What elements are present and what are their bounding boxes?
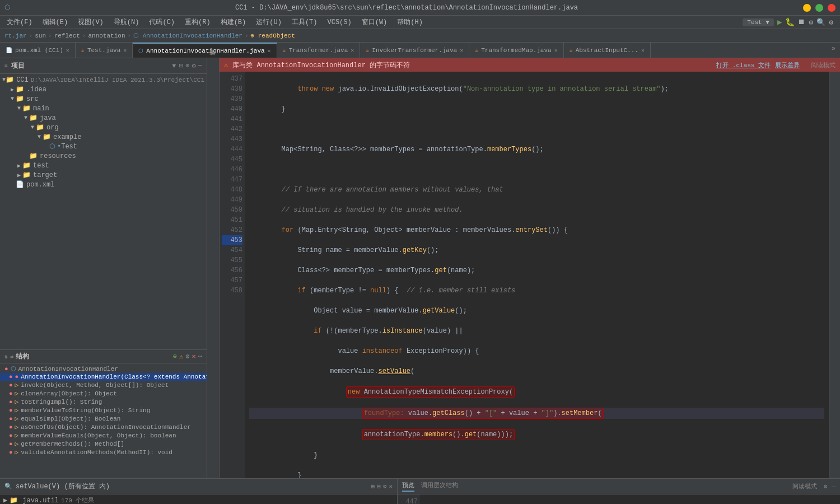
struct-gear-icon[interactable]: ⚙ xyxy=(185,352,189,361)
search-settings-icon[interactable]: ⚙ xyxy=(383,483,387,490)
settings-button[interactable]: ⚙ xyxy=(809,18,813,27)
struct-sort-type-icon[interactable]: ⇄ xyxy=(10,353,13,360)
struct-validate-method[interactable]: ● ▷ validateAnnotationMethods(MethodII):… xyxy=(0,448,207,456)
tree-item-org[interactable]: ▼ 📁 org xyxy=(0,123,207,132)
struct-tostring-method[interactable]: ● ▷ toStringImpl(): String xyxy=(0,398,207,406)
tree-item-test[interactable]: ▶ 📁 test xyxy=(0,161,207,170)
menu-file[interactable]: 文件(F) xyxy=(2,16,37,28)
locate-file-icon[interactable]: ⊕ xyxy=(185,62,189,70)
struct-sync-icon[interactable]: ⊕ xyxy=(173,352,177,361)
right-reader-mode-btn[interactable]: 阅读模式 xyxy=(792,482,817,491)
gear-button[interactable]: ⚙ xyxy=(829,18,833,27)
tree-item-idea[interactable]: ▶ 📁 .idea xyxy=(0,85,207,94)
breadcrumb-item-reflect[interactable]: reflect xyxy=(54,32,80,39)
tree-item-target[interactable]: ▶ 📁 target xyxy=(0,170,207,180)
tab-close-transformed[interactable]: ✕ xyxy=(554,47,558,54)
struct-more-icon[interactable]: ⋯ xyxy=(198,352,202,361)
tab-preview[interactable]: 预览 xyxy=(402,481,414,492)
menu-code[interactable]: 代码(C) xyxy=(144,16,179,28)
menu-build[interactable]: 构建(B) xyxy=(216,16,251,28)
tree-item-example[interactable]: ▼ 📁 example xyxy=(0,132,207,142)
code-content[interactable]: throw new java.io.InvalidObjectException… xyxy=(245,72,829,478)
struct-getmember-method[interactable]: ● ▷ getMemberMethods(): Method[] xyxy=(0,440,207,448)
right-code-content[interactable]: if (memberType != null) { // i.e. member… xyxy=(420,494,840,504)
struct-warning-icon[interactable]: ⚠ xyxy=(179,352,183,361)
more-tabs-button[interactable]: » xyxy=(827,43,840,58)
tab-close-test[interactable]: ✕ xyxy=(123,47,127,54)
sidebar-settings[interactable]: ▼ xyxy=(172,63,176,69)
tab-close-invoker[interactable]: ✕ xyxy=(460,47,463,54)
tab-annotation-handler[interactable]: ⬡ AnnotationInvocationHandler.java ✕ xyxy=(133,43,277,58)
struct-equals-method[interactable]: ● ▷ equalsImpl(Object): Boolean xyxy=(0,414,207,423)
tab-close-abstract[interactable]: ✕ xyxy=(641,47,645,54)
search-group-header-java-util[interactable]: ▶ 📁 java.util 170 个结果 xyxy=(0,496,397,504)
breadcrumb-sep: › xyxy=(29,32,33,39)
struct-sort-alpha-icon[interactable]: ⇅ xyxy=(4,353,8,360)
debug-button[interactable]: 🐛 xyxy=(785,17,795,27)
menu-run[interactable]: 运行(U) xyxy=(251,16,286,28)
test-class-icon: ⬡ xyxy=(49,142,55,151)
maximize-button[interactable] xyxy=(815,4,823,12)
breadcrumb-item-annotation[interactable]: annotation xyxy=(88,32,125,39)
tab-invoker-transformer[interactable]: ☕ InvokerTransformer.java ✕ xyxy=(360,43,469,58)
search-expand-icon[interactable]: ⊞ xyxy=(371,483,375,490)
tab-close-transformer[interactable]: ✕ xyxy=(351,47,354,54)
menu-window[interactable]: 窗口(W) xyxy=(357,16,392,28)
struct-annotation-handler-class[interactable]: ● ⬡ AnnotationInvocationHandler xyxy=(0,365,207,373)
search-everywhere-button[interactable]: 🔍 xyxy=(816,18,825,27)
stop-button[interactable]: ⏹ xyxy=(798,18,805,26)
settings-icon[interactable]: ⚙ xyxy=(192,62,196,70)
right-settings-icon[interactable]: ⚙ xyxy=(824,483,828,490)
struct-asoneof-method[interactable]: ● ▷ asOneOfUs(Object): AnnotationInvocat… xyxy=(0,423,207,431)
code-line-452: new AnnotationTypeMismatchExceptionProxy… xyxy=(249,386,824,398)
tree-item-resources[interactable]: 📁 resources xyxy=(0,151,207,161)
minimize-button[interactable] xyxy=(803,4,811,12)
tab-close-pom[interactable]: ✕ xyxy=(66,47,69,54)
code-line-444: for (Map.Entry<String, Object> memberVal… xyxy=(249,225,824,235)
close-button[interactable] xyxy=(828,4,836,12)
search-group-java-util: ▶ 📁 java.util 170 个结果 xyxy=(0,496,397,504)
menu-tools[interactable]: 工具(T) xyxy=(287,16,322,28)
reader-mode-btn-top[interactable]: 阅读模式 xyxy=(811,61,836,69)
warning-banner: ⚠ 库与类 AnnotationInvocationHandler 的字节码不符… xyxy=(220,58,840,72)
struct-membervalueequals-method[interactable]: ● ▷ memberValueEquals(Object, Object): b… xyxy=(0,431,207,440)
tab-transformed-map[interactable]: ☕ TransformedMap.java ✕ xyxy=(469,43,563,58)
right-close-icon[interactable]: — xyxy=(832,483,836,490)
menu-refactor[interactable]: 重构(R) xyxy=(180,16,215,28)
open-class-file-link[interactable]: 打开 .class 文件 xyxy=(716,61,771,69)
struct-close-icon[interactable]: ✕ xyxy=(192,352,196,361)
menu-help[interactable]: 帮助(H) xyxy=(393,16,427,28)
tab-transformer[interactable]: ☕ Transformer.java ✕ xyxy=(277,43,361,58)
breadcrumb-item-method[interactable]: ⊕ readObject xyxy=(251,32,295,39)
tree-item-main[interactable]: ▼ 📁 main xyxy=(0,104,207,113)
struct-membervalue-method[interactable]: ● ▷ memberValueToString(Object): String xyxy=(0,406,207,414)
tree-item-src[interactable]: ▼ 📁 src xyxy=(0,94,207,104)
run-button[interactable]: ▶ xyxy=(777,17,782,27)
struct-constructor[interactable]: ● ● AnnotationInvocationHandler(Class<? … xyxy=(0,373,207,381)
tab-test-java[interactable]: ☕ Test.java ✕ xyxy=(76,43,133,58)
struct-invoke-method[interactable]: ● ▷ invoke(Object, Method, Object[]): Ob… xyxy=(0,381,207,389)
tree-item-java[interactable]: ▼ 📁 java xyxy=(0,113,207,123)
breadcrumb-item-class[interactable]: ⬡ AnnotationInvocationHandler xyxy=(133,32,242,39)
tree-item-cc1[interactable]: ▼ 📁 CC1 D:\JAVA\IDEA\IntelliJ IDEA 2021.… xyxy=(0,75,207,85)
tree-item-pom[interactable]: 📄 pom.xml xyxy=(0,180,207,189)
tab-close-annotation[interactable]: ✕ xyxy=(268,48,271,54)
tree-item-test-class[interactable]: ⬡ • Test xyxy=(0,142,207,151)
menu-vcs[interactable]: VCS(S) xyxy=(323,17,356,27)
collapse-all-icon[interactable]: ⊟ xyxy=(179,62,183,70)
menu-edit[interactable]: 编辑(E) xyxy=(38,16,73,28)
run-config-selector[interactable]: Test ▼ xyxy=(743,18,774,26)
show-diff-link[interactable]: 展示差异 xyxy=(775,61,800,69)
close-panel-icon[interactable]: — xyxy=(198,62,202,70)
struct-clone-method[interactable]: ● ▷ cloneArray(Object): Object xyxy=(0,389,207,398)
breadcrumb-item-rtjar[interactable]: rt.jar xyxy=(4,32,27,39)
tab-abstract-input[interactable]: ☕ AbstractInputC... ✕ xyxy=(564,43,651,58)
tab-pom-xml[interactable]: 📄 pom.xml (CC1) ✕ xyxy=(0,43,76,58)
menu-navigate[interactable]: 导航(N) xyxy=(109,16,144,28)
menu-view[interactable]: 视图(V) xyxy=(73,16,108,28)
search-collapse-icon[interactable]: ⊟ xyxy=(377,483,381,490)
search-close-icon[interactable]: ✕ xyxy=(389,483,393,490)
tab-call-hierarchy[interactable]: 调用层次结构 xyxy=(421,481,458,492)
breadcrumb-item-sun[interactable]: sun xyxy=(35,32,46,39)
search-icon: 🔍 xyxy=(4,483,12,490)
